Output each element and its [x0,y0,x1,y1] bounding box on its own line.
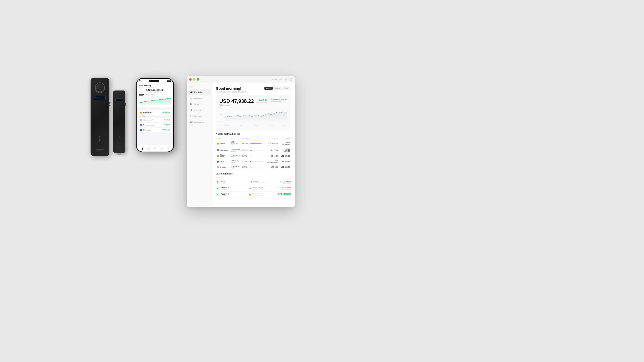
phone-app-header: Good morning Your 6 accounts are synchro… [137,83,173,107]
ltc-dist-pct: 0.75% [242,166,249,168]
phone-xrp-amount: +XRP 56.207 +USD 86.20 [162,129,170,131]
bch-name: Bitcoin cash [220,154,229,158]
table-row[interactable]: Bitcoin USD 8,340.40 % 84.21% [216,140,291,147]
phone-nav-portfolio[interactable] [141,147,143,150]
phone-account-ethereum[interactable]: Ethereum account +ETH 0.02 +USD 4.53 [139,123,171,127]
traffic-light-maximize[interactable] [197,78,199,81]
op-received-1-time: 12:32 PM [221,189,248,190]
period-tabs[interactable]: Week Month Year [264,86,291,90]
op-received-1-account-info: Litecoin Account ERHYH8E1crV8ad... [252,187,265,190]
bitcoin-dist-cell: 84.21% [241,140,264,147]
op-sent-time: 12:32 PM [221,182,249,184]
traffic-lights [189,78,199,81]
phone-litecoin-amount: +LTC 0.21 +USD 29.40 [164,119,170,121]
period-tab-month[interactable]: Month [273,87,282,90]
phone-nav-accounts[interactable] [147,147,150,150]
phone-xrp-icon [140,129,142,131]
phone-tab-week[interactable]: Week [139,94,144,96]
table-row[interactable]: Litecoin USD 141.78 0.75% 0.75% [216,164,291,170]
sidebar-item-manager[interactable]: Manager [188,113,211,119]
assets-section: Assets distribution (5) Asset Price Dist… [216,133,291,170]
op-received-1-amount: +LTC 0.0003664 + USD 100.82 [278,187,291,190]
op-received-1-hash: ERHYH8E1crV8ad... [252,188,265,190]
phone-account-bitcoin[interactable]: Bitcoin account Received in 2019 +BTC 0.… [139,110,171,115]
phone-ethereum-usd: +USD 4.53 [164,125,170,126]
ethereum-name: Ethereum [220,149,228,151]
period-tab-week[interactable]: Week [264,87,273,90]
op-received-2-usd: + USD 103.58 [277,195,291,196]
sidebar-item-portfolio[interactable]: Portfolio [188,89,211,95]
svg-rect-13 [191,116,192,116]
table-row[interactable]: Bitcoin cash USD 261.90 0.76% 0.76% [216,153,291,159]
sidebar-manager-label: Manager [194,115,202,117]
col-distribution: Distribution [241,137,264,140]
ltc-price-cell: USD 141.78 0.75% [230,164,241,170]
bch-price-cell: USD 261.90 0.76% [230,153,241,159]
phone-account-xrp[interactable]: XRP account +XRP 56.207 +USD 86.20 [139,128,171,132]
op-received-icon-2 [216,193,219,196]
ethereum-dot [217,149,219,151]
nano-s-label: Ledger [118,137,120,143]
traffic-light-minimize[interactable] [193,78,195,81]
op-sent-crypto: -LTC 3.31226 [280,180,291,182]
op-received-2-account-info: Personal account 5t3ZKNt68E1681... [252,193,265,196]
phone-ethereum-amount: +ETH 0.02 +USD 4.53 [164,124,170,126]
phone-nav-settings[interactable] [167,147,169,150]
ltc-value-cell: USD 358.70 [279,164,291,170]
sidebar-item-receive[interactable]: Receive [188,107,211,113]
phone-tab-year[interactable]: Year [150,94,155,96]
assets-table-body: Bitcoin USD 8,340.40 % 84.21% [216,140,291,170]
phone-litecoin-icon [140,119,142,121]
phone-xrp-usd: +USD 86.20 [162,130,170,131]
app-body: MENU Portfolio Accounts Send Receive [187,83,295,207]
bitcoin-pct: % [231,145,240,146]
op-received-personal-account[interactable]: Received 12:32 PM Personal account 5t3ZK… [216,192,291,198]
bch-price: USD 261.90 [231,154,240,156]
sidebar-item-buy-crypto[interactable]: Buy crypto [188,119,211,125]
main-subtitle: Here's the summary of your 6 accounts [216,91,247,93]
op-sent-icon [216,180,219,184]
svg-rect-6 [290,79,292,81]
phone-litecoin-name: Litecoin account [143,119,153,121]
op-received-2-time: 12:32 PM [221,195,248,196]
table-row[interactable]: XRP USD 0.48 0.75% 0.75% [216,159,291,164]
phone-account-litecoin[interactable]: Litecoin account +LTC 0.21 +USD 29.40 [139,118,171,122]
xrp-value-cell: USD 339.15 [279,159,291,164]
sidebar-item-send[interactable]: Send [188,101,211,107]
balance-pct: + 9.12 % [256,98,267,101]
chart-y-60k: 60K [219,107,225,109]
op-received-1-usd: + USD 100.82 [278,189,291,190]
op-received-litecoin-account[interactable]: Received 12:32 PM Litecoin Account ERHYH… [216,185,291,192]
phone-balance: USD 47,938.22 [139,89,171,92]
op-sent-usd: - USD 115.13 [280,182,291,184]
settings-icon[interactable] [284,78,287,81]
send-icon [190,103,193,105]
buy-icon [190,121,193,123]
period-tab-year[interactable]: Year [283,87,290,90]
phone-greeting: Good morning [139,85,171,86]
nano-s-screen [115,99,123,101]
arrow-down-icon-1 [217,187,219,189]
ethereum-amount-cell: ETH 28.34 [264,147,279,153]
balance-usd-change: ≈ USD 4,373.63 [271,98,287,101]
phone-section-yesterday: Yesterday [139,116,171,117]
op-received-2-coin-icon [249,194,251,196]
ledger-nano-s: Ledger [113,90,125,153]
manager-icon [190,115,193,117]
table-row[interactable]: Ethereum USD 226.84 13.55% 13.55% [216,147,291,153]
phone-nav-send[interactable] [154,147,156,150]
phone-bitcoin-amount: +BTC 0.0006 - USD 39.63.90 [162,111,170,114]
phone-nav-receive[interactable] [160,147,163,150]
op-sent-litecoin[interactable]: Sent 12:32 PM Litecoin 1828MCayM...kX3 (… [216,179,291,185]
traffic-light-close[interactable] [189,78,192,81]
chart-x-labels: Nov 15 Nov 17 Nov 19 Nov 21 Nov 23 [225,125,287,126]
phone-period-tabs[interactable]: Week Month Year [139,94,171,96]
lock-icon[interactable] [289,78,292,81]
balance-pct-area: + 9.12 % since one week [256,98,267,103]
phone-screen: 9:41 Good morning Your 6 accounts are sy… [137,79,173,152]
ledger-nano-x: Bitcoin Ledger ⬡ ⬡ [91,78,109,156]
phone-time: 9:41 [139,80,142,82]
op-sent-hash: 1828MCayM...kX3 (+3) [253,182,268,184]
phone-tab-month[interactable]: Month [144,94,150,96]
sidebar-item-accounts[interactable]: Accounts [188,95,211,101]
